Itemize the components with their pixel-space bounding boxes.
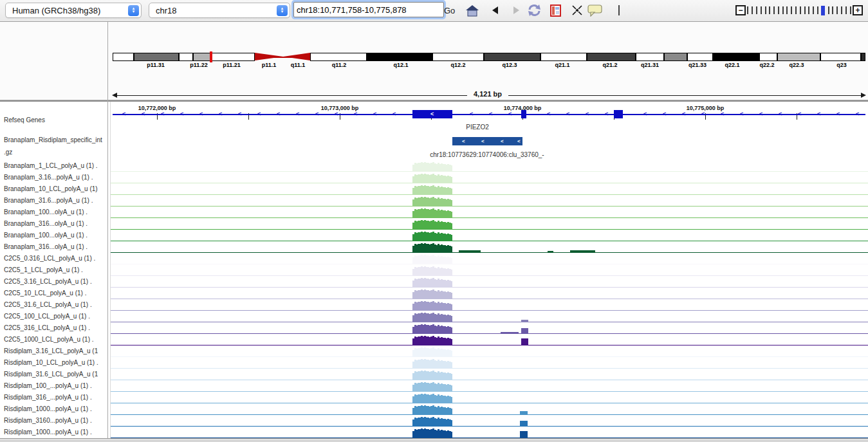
coverage-track-row[interactable]	[111, 195, 868, 207]
track-label[interactable]: C2C5_31.6_LCL_polyA_u (1) .	[4, 301, 92, 308]
track-label[interactable]: Risdiplam_3.16_LCL_polyA_u (1	[4, 347, 98, 355]
track-label[interactable]: C2C5_316_LCL_polyA_u (1) .	[4, 324, 90, 331]
ideogram-band[interactable]	[636, 53, 664, 61]
ideogram-band[interactable]	[179, 53, 193, 61]
ideogram-band[interactable]	[193, 53, 211, 61]
ideogram-band[interactable]	[664, 53, 687, 61]
ideogram-band[interactable]	[540, 53, 587, 61]
zoom-level-tick[interactable]	[795, 6, 797, 14]
track-label[interactable]: C2C5_0.316_LCL_polyA_u (1) .	[4, 255, 95, 262]
coverage-track-row[interactable]	[111, 183, 868, 195]
coverage-track-row[interactable]	[111, 276, 868, 288]
coverage-track-row[interactable]	[111, 253, 868, 264]
zoom-level-tick[interactable]	[769, 6, 770, 14]
zoom-level-tick[interactable]	[804, 6, 806, 14]
zoom-level-tick[interactable]	[761, 6, 762, 14]
ideogram-band[interactable]	[587, 53, 636, 61]
coverage-track-row[interactable]	[111, 427, 868, 438]
zoom-level-tick[interactable]	[813, 6, 814, 14]
ideogram-centromere[interactable]	[255, 53, 283, 60]
zoom-level-tick[interactable]	[800, 6, 801, 14]
zoom-level-tick[interactable]	[828, 6, 829, 14]
ideogram-band[interactable]	[759, 53, 777, 61]
coverage-track-row[interactable]	[111, 369, 868, 380]
track-label[interactable]: Branaplam_31.6...polyA_u (1) .	[4, 197, 93, 204]
track-label[interactable]: Branaplam_316...olyA_u (1) .	[4, 243, 88, 250]
ideogram-band[interactable]	[310, 53, 367, 61]
locus-input[interactable]	[293, 2, 444, 17]
ideogram-band[interactable]	[432, 53, 484, 61]
track-label[interactable]: Branaplam_3.16...polyA_u (1) .	[4, 174, 93, 181]
back-icon[interactable]	[488, 3, 503, 17]
zoom-level-tick[interactable]	[778, 6, 779, 14]
coverage-track-row[interactable]	[111, 345, 868, 357]
panel-divider[interactable]	[107, 22, 108, 438]
ideogram-band[interactable]	[861, 53, 865, 61]
track-label[interactable]: Risdiplam_3160...polyA_u (1) .	[4, 417, 92, 424]
coverage-track-row[interactable]	[111, 241, 868, 253]
coverage-track-row[interactable]	[111, 357, 868, 369]
zoom-level-tick[interactable]	[765, 6, 766, 14]
zoom-current-level-tick[interactable]	[821, 6, 825, 15]
track-label[interactable]: Branaplam_100...olyA_u (1) .	[4, 232, 88, 239]
track-label[interactable]: Branaplam_1_LCL_polyA_u (1) .	[4, 162, 98, 169]
refresh-icon[interactable]	[526, 3, 542, 17]
zoom-level-tick[interactable]	[756, 6, 757, 14]
collapse-icon[interactable]	[569, 3, 585, 17]
track-label[interactable]: Risdiplam_31.6_LCL_polyA_u (1	[4, 371, 98, 378]
zoom-level-tick[interactable]	[808, 6, 809, 14]
ideogram-band[interactable]	[820, 53, 861, 61]
coverage-track-row[interactable]	[111, 299, 868, 311]
genome-select[interactable]: Human (GRCh38/hg38) ▲▼	[5, 3, 142, 18]
track-label[interactable]: Branaplam_Risdiplam_specific_int	[4, 136, 102, 143]
horizontal-scrollbar[interactable]	[0, 438, 868, 442]
home-icon[interactable]	[465, 3, 480, 17]
ideogram-band[interactable]	[367, 53, 432, 61]
track-label[interactable]: C2C5_1_LCL_polyA_u (1) .	[4, 266, 83, 273]
track-label[interactable]: C2C5_3.16_LCL_polyA_u (1) .	[4, 278, 92, 285]
track-label[interactable]: C2C5_100_LCL_polyA_u (1) .	[4, 313, 90, 320]
forward-icon[interactable]	[508, 3, 524, 17]
coverage-track-row[interactable]	[111, 415, 868, 427]
coverage-track-row[interactable]	[111, 160, 868, 172]
coverage-track-row[interactable]	[111, 322, 868, 334]
coverage-track-row[interactable]	[111, 311, 868, 322]
zoom-level-tick[interactable]	[841, 6, 842, 14]
coverage-track-row[interactable]	[111, 218, 868, 230]
ideogram-band[interactable]	[113, 53, 134, 61]
ideogram-band[interactable]	[777, 53, 820, 61]
zoom-level-tick[interactable]	[845, 6, 847, 14]
track-label[interactable]: Branaplam_316...olyA_u (1) .	[4, 220, 88, 227]
track-label[interactable]: Risdiplam_10_LCL_polyA_u (1) .	[4, 359, 98, 366]
coverage-track-row[interactable]	[111, 334, 868, 345]
track-label[interactable]: C2C5_1000_LCL_polyA_u (1) .	[4, 336, 94, 343]
go-button[interactable]: Go	[440, 3, 459, 18]
coverage-track-row[interactable]	[111, 264, 868, 276]
track-label[interactable]: Branaplam_100...olyA_u (1) .	[4, 208, 88, 216]
track-label[interactable]: Risdiplam_316_...polyA_u (1) .	[4, 394, 92, 401]
track-label[interactable]: Risdiplam_1000...polyA_u (1) .	[4, 428, 92, 436]
ideogram-band[interactable]	[713, 53, 759, 61]
coverage-track-row[interactable]	[111, 403, 868, 415]
zoom-level-tick[interactable]	[786, 6, 788, 14]
ideogram-band[interactable]	[134, 53, 179, 61]
zoom-level-tick[interactable]	[752, 6, 753, 14]
zoom-level-tick[interactable]	[817, 6, 818, 14]
coverage-track-row[interactable]	[111, 230, 868, 241]
track-label[interactable]: .gz	[4, 149, 12, 156]
track-label[interactable]: Risdiplam_1000...polyA_u (1) .	[4, 405, 92, 412]
coverage-track-row[interactable]	[111, 380, 868, 392]
track-label[interactable]: Refseq Genes	[4, 116, 45, 124]
zoom-level-tick[interactable]	[747, 6, 748, 14]
comment-icon[interactable]	[587, 3, 603, 17]
gene-exon[interactable]	[614, 110, 623, 118]
ideogram-band[interactable]	[687, 53, 713, 61]
track-label[interactable]: C2C5_10_LCL_polyA_u (1) .	[4, 290, 86, 297]
zoom-level-tick[interactable]	[773, 6, 775, 14]
ideogram-band[interactable]	[484, 53, 540, 61]
zoom-level-tick[interactable]	[832, 6, 833, 14]
zoom-level-tick[interactable]	[850, 6, 851, 14]
zoom-level-tick[interactable]	[782, 6, 784, 14]
coverage-track-row[interactable]	[111, 392, 868, 403]
coverage-track-row[interactable]	[111, 207, 868, 218]
